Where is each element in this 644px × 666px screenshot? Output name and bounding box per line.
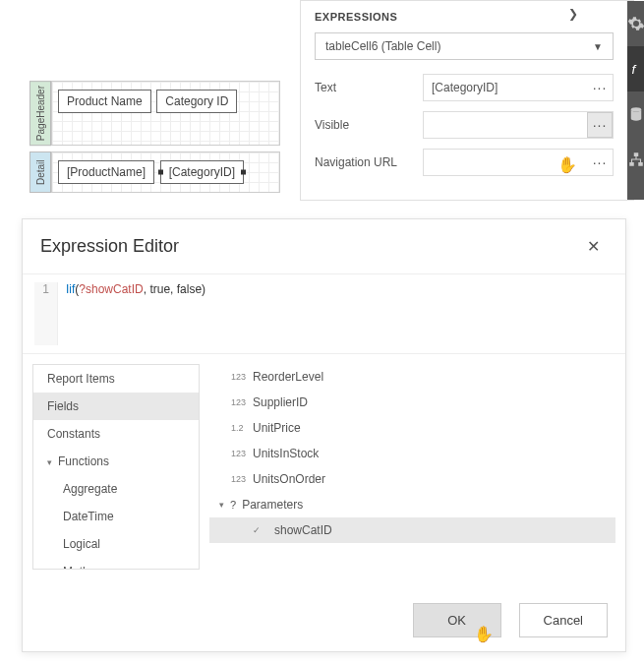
page-header-band-label: PageHeader: [29, 81, 51, 146]
expression-text[interactable]: Iif(?showCatID, true, false): [58, 282, 205, 345]
parameter-showcatid[interactable]: ✓showCatID: [209, 517, 615, 543]
field-unitsinstock[interactable]: 123UnitsInStock: [209, 441, 615, 466]
parameter-type-icon: ?: [230, 499, 236, 511]
prop-label-text: Text: [315, 81, 423, 94]
category-math[interactable]: Math: [33, 558, 199, 570]
page-header-band-content[interactable]: Product Name Category ID: [51, 81, 280, 146]
line-number: 1: [34, 282, 58, 345]
detail-band-label: Detail: [29, 151, 51, 193]
collapse-panel-icon[interactable]: ❯: [568, 7, 578, 21]
detail-band-content[interactable]: [ProductName] [CategoryID]: [51, 151, 280, 193]
category-constants[interactable]: Constants: [33, 420, 199, 448]
svg-rect-4: [638, 162, 643, 166]
category-functions[interactable]: Functions: [33, 448, 199, 475]
category-report-items[interactable]: Report Items: [33, 365, 199, 393]
detail-band: Detail [ProductName] [CategoryID]: [29, 151, 280, 193]
svg-rect-2: [634, 152, 639, 156]
prop-row-navigation-url: Navigation URL ···: [315, 149, 614, 176]
ok-button[interactable]: OK: [413, 603, 501, 637]
field-list[interactable]: 123ReorderLevel 123SupplierID 1.2UnitPri…: [209, 364, 615, 570]
element-selector-dropdown[interactable]: tableCell6 (Table Cell) ▼: [315, 32, 614, 60]
category-logical[interactable]: Logical: [33, 530, 199, 558]
expression-code-editor[interactable]: 1 Iif(?showCatID, true, false): [23, 274, 625, 353]
decimal-type-icon: 1.2: [231, 423, 247, 433]
field-supplierid[interactable]: 123SupplierID: [209, 390, 615, 415]
database-icon: [627, 105, 644, 123]
check-icon: ✓: [253, 525, 268, 535]
field-reorderlevel[interactable]: 123ReorderLevel: [209, 364, 615, 390]
detail-cell-product-name[interactable]: [ProductName]: [58, 160, 154, 184]
report-design-surface: PageHeader Product Name Category ID Deta…: [29, 81, 280, 199]
expression-editor-dialog: Expression Editor ✕ 1 Iif(?showCatID, tr…: [22, 218, 626, 652]
expression-editor-title: Expression Editor: [40, 236, 179, 257]
prop-label-navigation-url: Navigation URL: [315, 155, 423, 169]
integer-type-icon: 123: [231, 449, 247, 458]
side-tab-strip: f: [627, 1, 644, 200]
prop-row-visible: Visible ···: [315, 111, 614, 139]
gear-icon: [627, 15, 644, 32]
close-button[interactable]: ✕: [579, 233, 608, 260]
prop-input-visible[interactable]: [424, 118, 587, 132]
expressions-panel: ❯ EXPRESSIONS tableCell6 (Table Cell) ▼ …: [300, 0, 634, 201]
header-cell-category-id[interactable]: Category ID: [156, 90, 237, 113]
prop-input-navigation-url[interactable]: [424, 155, 587, 169]
expressions-tab[interactable]: f: [627, 46, 644, 91]
prop-row-text: Text ···: [315, 74, 614, 101]
integer-type-icon: 123: [231, 474, 247, 484]
field-unitsonorder[interactable]: 123UnitsOnOrder: [209, 466, 615, 492]
detail-cell-category-id[interactable]: [CategoryID]: [160, 160, 244, 184]
category-list[interactable]: Report Items Fields Constants Functions …: [32, 364, 200, 570]
settings-tab[interactable]: [627, 1, 644, 46]
svg-rect-3: [629, 162, 634, 166]
expressions-panel-title: EXPRESSIONS: [315, 11, 397, 23]
ellipsis-button-visible[interactable]: ···: [587, 112, 613, 138]
tree-icon: [627, 151, 644, 168]
integer-type-icon: 123: [231, 397, 247, 407]
ellipsis-button-text[interactable]: ···: [587, 75, 613, 100]
cancel-button[interactable]: Cancel: [519, 603, 608, 637]
expression-browser: Report Items Fields Constants Functions …: [23, 353, 625, 579]
data-tab[interactable]: [627, 91, 644, 137]
category-aggregate[interactable]: Aggregate: [33, 475, 199, 503]
ellipsis-button-navigation-url[interactable]: ···: [587, 150, 613, 175]
integer-type-icon: 123: [231, 372, 247, 382]
page-header-band: PageHeader Product Name Category ID: [29, 81, 280, 146]
category-fields[interactable]: Fields: [33, 393, 199, 420]
category-datetime[interactable]: DateTime: [33, 503, 199, 530]
field-unitprice[interactable]: 1.2UnitPrice: [209, 415, 615, 441]
svg-text:f: f: [632, 62, 637, 77]
function-icon: f: [627, 60, 644, 78]
svg-point-1: [631, 107, 642, 112]
element-selector-value: tableCell6 (Table Cell): [325, 39, 440, 53]
prop-input-text[interactable]: [424, 81, 587, 94]
structure-tab[interactable]: [627, 137, 644, 182]
prop-label-visible: Visible: [315, 118, 423, 132]
parameters-group[interactable]: ?Parameters: [209, 492, 615, 517]
caret-down-icon: ▼: [593, 41, 603, 52]
header-cell-product-name[interactable]: Product Name: [58, 90, 151, 113]
